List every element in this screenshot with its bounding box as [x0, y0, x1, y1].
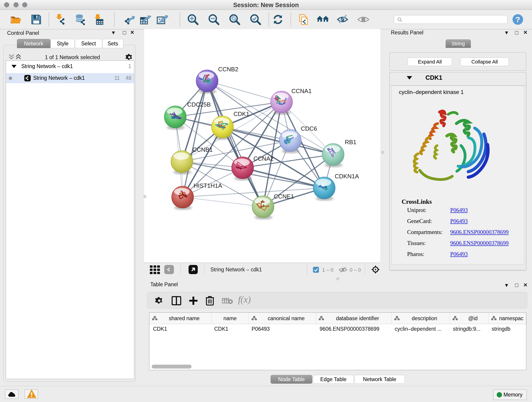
svg-text:CCNB2: CCNB2	[218, 66, 238, 73]
svg-text:CCNA1: CCNA1	[291, 88, 312, 95]
svg-text:RB1: RB1	[345, 139, 356, 146]
svg-text:CCNB1: CCNB1	[192, 146, 213, 153]
svg-text:CDKN1A: CDKN1A	[335, 173, 359, 180]
svg-text:CCNA2: CCNA2	[253, 155, 273, 162]
svg-text:CDC25B: CDC25B	[187, 101, 211, 108]
svg-text:CCNE1: CCNE1	[274, 193, 294, 200]
svg-text:CDC6: CDC6	[301, 125, 317, 132]
svg-text:CDK1: CDK1	[234, 110, 249, 117]
svg-text:HIST1H1A: HIST1H1A	[194, 182, 222, 189]
